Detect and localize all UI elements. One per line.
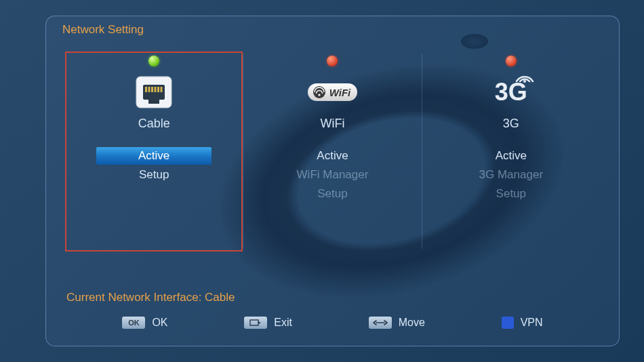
status-indicator-red <box>327 56 338 66</box>
svg-rect-6 <box>155 87 157 92</box>
svg-rect-2 <box>148 98 159 104</box>
svg-rect-4 <box>148 87 150 92</box>
legend-exit: Exit <box>244 317 292 329</box>
panel-title: Network Setting <box>62 23 600 37</box>
current-interface-status: Current Network Interface: Cable <box>66 291 600 304</box>
svg-point-11 <box>523 80 526 83</box>
menu-item-wifi-manager[interactable]: WiFi Manager <box>275 166 390 184</box>
menu-item-3g-manager[interactable]: 3G Manager <box>454 166 569 184</box>
menu-item-cable-setup[interactable]: Setup <box>96 166 212 184</box>
legend-ok: OK OK <box>122 317 167 329</box>
column-cable[interactable]: Cable Active Setup <box>65 52 243 252</box>
menu-item-3g-setup[interactable]: Setup <box>454 185 569 203</box>
svg-rect-12 <box>250 320 258 325</box>
legend-label: VPN <box>521 317 543 329</box>
wifi-icon: WiFi <box>308 72 358 113</box>
arrows-key-icon <box>369 317 392 329</box>
legend-label: Move <box>399 317 425 329</box>
network-setting-panel: Network Setting Cable Active <box>45 16 620 346</box>
svg-rect-5 <box>151 87 153 92</box>
svg-rect-3 <box>145 87 147 92</box>
menu-item-3g-active[interactable]: Active <box>454 147 569 165</box>
status-indicator-red <box>506 56 517 66</box>
legend-vpn: VPN <box>502 317 543 329</box>
column-3g[interactable]: 3G 3G Active 3G Manager Setup <box>422 52 600 252</box>
legend-label: OK <box>152 317 167 329</box>
menu-item-wifi-setup[interactable]: Setup <box>275 185 390 203</box>
svg-rect-8 <box>161 87 163 92</box>
column-label: Cable <box>138 117 170 131</box>
ok-key-icon: OK <box>122 317 145 329</box>
legend-label: Exit <box>274 317 292 329</box>
ethernet-icon <box>135 72 173 113</box>
menu-item-wifi-active[interactable]: Active <box>275 147 390 165</box>
svg-point-10 <box>318 94 320 96</box>
blue-color-swatch <box>502 317 514 329</box>
column-wifi[interactable]: WiFi WiFi Active WiFi Manager Setup <box>243 52 421 252</box>
svg-rect-7 <box>157 87 159 92</box>
status-indicator-green <box>148 56 159 66</box>
exit-key-icon <box>244 317 267 329</box>
menu-item-cable-active[interactable]: Active <box>96 147 212 165</box>
column-label: 3G <box>503 117 519 131</box>
cellular-3g-icon: 3G <box>495 72 527 113</box>
legend-bar: OK OK Exit Move VPN <box>65 317 600 329</box>
legend-move: Move <box>369 317 425 329</box>
column-label: WiFi <box>321 117 345 131</box>
network-columns: Cable Active Setup WiFi <box>65 52 600 252</box>
